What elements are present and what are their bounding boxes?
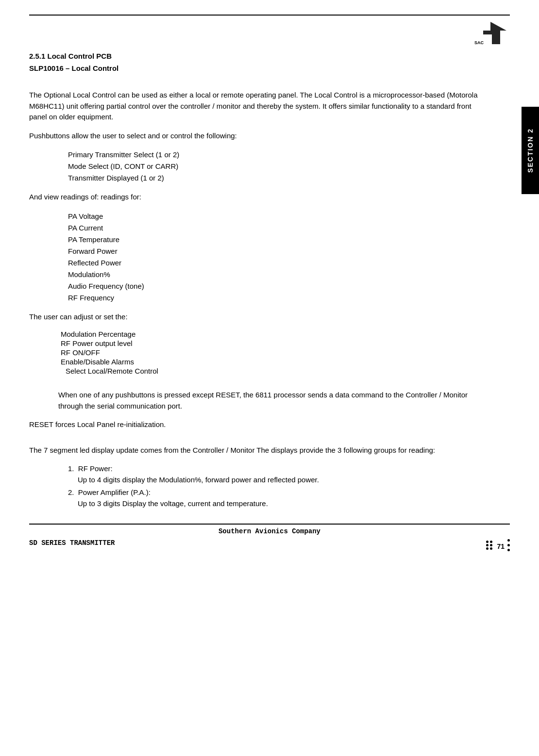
list-item: Modulation Percentage bbox=[61, 330, 486, 338]
list-item: Forward Power bbox=[68, 246, 486, 257]
list-item: Transmitter Displayed (1 or 2) bbox=[68, 172, 486, 184]
dot-row bbox=[486, 547, 492, 550]
numbered-item-1-detail: Up to 4 digits display the Modulation%, … bbox=[78, 475, 486, 486]
paragraph-2b: RESET forces Local Panel re-initializati… bbox=[29, 419, 486, 430]
list-item: RF ON/OFF bbox=[61, 348, 486, 357]
dot bbox=[507, 549, 510, 551]
dot bbox=[507, 544, 510, 546]
section-tab: SECTION 2 bbox=[522, 107, 539, 194]
page-number: 71 bbox=[497, 542, 505, 550]
dot-row bbox=[507, 549, 510, 551]
reflected-power-item: Reflected Power bbox=[68, 257, 486, 269]
list-item: RF Frequency bbox=[68, 292, 486, 304]
view-readings-list: PA Voltage PA Current PA Temperature For… bbox=[68, 211, 486, 304]
numbered-item-1: 1. RF Power: Up to 4 digits display the … bbox=[68, 463, 486, 485]
adjust-intro: The user can adjust or set the: bbox=[29, 312, 486, 323]
paragraph-3: The 7 segment led display update comes f… bbox=[29, 445, 486, 456]
list-item: Audio Frequency (tone) bbox=[68, 280, 486, 292]
dot bbox=[490, 544, 492, 546]
footer-company: Southern Avionics Company bbox=[29, 527, 510, 535]
numbered-item-2-detail: Up to 3 digits Display the voltage, curr… bbox=[78, 498, 486, 509]
view-readings-intro: And view readings of: readings for: bbox=[29, 192, 486, 203]
svg-text:SAC: SAC bbox=[474, 40, 484, 45]
dot bbox=[486, 544, 488, 546]
list-item: RF Power output level bbox=[61, 339, 486, 347]
list-item: Mode Select (ID, CONT or CARR) bbox=[68, 161, 486, 172]
numbered-list: 1. RF Power: Up to 4 digits display the … bbox=[68, 463, 486, 509]
adjust-list: Modulation Percentage RF Power output le… bbox=[29, 330, 486, 375]
pushbutton-list: Primary Transmitter Select (1 or 2) Mode… bbox=[68, 149, 486, 184]
list-item: Modulation% bbox=[68, 269, 486, 280]
list-item: PA Voltage bbox=[68, 211, 486, 222]
dot-row bbox=[486, 544, 492, 546]
dot bbox=[486, 541, 488, 543]
dot bbox=[490, 547, 492, 550]
dot-row bbox=[486, 541, 492, 543]
page-container: SAC SECTION 2 2.5.1 Local Control PCB SL… bbox=[0, 0, 539, 756]
paragraph-2: When one of any pushbuttons is pressed e… bbox=[58, 390, 486, 411]
dot bbox=[486, 547, 488, 550]
svg-marker-0 bbox=[483, 22, 506, 44]
main-content: 2.5.1 Local Control PCB SLP10016 – Local… bbox=[29, 51, 510, 509]
footer-series: SD SERIES TRANSMITTER bbox=[29, 539, 115, 547]
paragraph-1: The Optional Local Control can be used a… bbox=[29, 90, 486, 123]
list-item: PA Temperature bbox=[68, 234, 486, 246]
footer-bottom: SD SERIES TRANSMITTER 71 bbox=[29, 539, 510, 552]
list-item: Primary Transmitter Select (1 or 2) bbox=[68, 149, 486, 161]
pushbuttons-intro: Pushbuttons allow the user to select and… bbox=[29, 131, 486, 142]
logo-box: SAC bbox=[471, 19, 510, 46]
dot bbox=[507, 539, 510, 542]
list-item: Enable/Disable Alarms bbox=[61, 358, 486, 366]
dot-row bbox=[507, 539, 510, 542]
footer-dots bbox=[486, 541, 492, 551]
footer-right: 71 bbox=[486, 539, 510, 552]
dot bbox=[490, 541, 492, 543]
dot-row bbox=[507, 544, 510, 546]
list-item: Select Local/Remote Control bbox=[66, 367, 486, 375]
sac-logo-icon: SAC bbox=[473, 21, 507, 45]
header-area: SAC bbox=[29, 19, 510, 46]
section-number: 2.5.1 Local Control PCB bbox=[29, 51, 486, 61]
section-tab-label: SECTION 2 bbox=[526, 128, 534, 173]
list-item: PA Current bbox=[68, 222, 486, 234]
bottom-line bbox=[29, 524, 510, 525]
section-name: SLP10016 – Local Control bbox=[29, 63, 486, 73]
numbered-item-2: 2. Power Amplifier (P.A.): Up to 3 digit… bbox=[68, 487, 486, 509]
top-line bbox=[29, 15, 510, 16]
